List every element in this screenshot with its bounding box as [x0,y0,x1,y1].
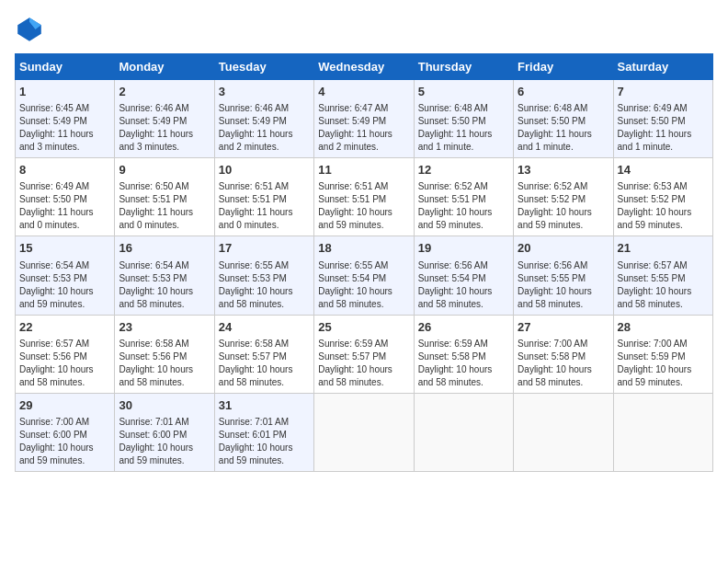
day-number: 12 [418,162,509,178]
cell-content: Sunrise: 6:53 AMSunset: 5:52 PMDaylight:… [618,181,692,230]
calendar-cell: 27 Sunrise: 7:00 AMSunset: 5:58 PMDaylig… [514,315,613,393]
calendar-cell: 20 Sunrise: 6:56 AMSunset: 5:55 PMDaylig… [514,236,613,315]
day-number: 19 [418,240,509,257]
calendar-cell: 8 Sunrise: 6:49 AMSunset: 5:50 PMDayligh… [16,158,115,236]
calendar-cell: 23 Sunrise: 6:58 AMSunset: 5:56 PMDaylig… [115,315,214,393]
cell-content: Sunrise: 6:51 AMSunset: 5:51 PMDaylight:… [318,181,392,230]
cell-content: Sunrise: 6:48 AMSunset: 5:50 PMDaylight:… [518,103,592,152]
calendar-cell: 16 Sunrise: 6:54 AMSunset: 5:53 PMDaylig… [115,236,214,315]
day-number: 6 [518,84,609,100]
weekday-header-tuesday: Tuesday [214,54,313,80]
week-row-4: 22 Sunrise: 6:57 AMSunset: 5:56 PMDaylig… [16,315,713,393]
day-number: 8 [19,162,110,178]
cell-content: Sunrise: 7:01 AMSunset: 6:01 PMDaylight:… [219,417,293,465]
logo-icon [15,15,44,44]
calendar-cell: 5 Sunrise: 6:48 AMSunset: 5:50 PMDayligh… [414,80,513,158]
cell-content: Sunrise: 6:57 AMSunset: 5:55 PMDaylight:… [618,260,692,309]
day-number: 24 [219,319,310,336]
day-number: 22 [19,319,110,336]
day-number: 10 [219,162,310,178]
calendar-cell: 9 Sunrise: 6:50 AMSunset: 5:51 PMDayligh… [115,158,214,236]
weekday-header-thursday: Thursday [414,54,513,80]
week-row-5: 29 Sunrise: 7:00 AMSunset: 6:00 PMDaylig… [16,393,713,471]
day-number: 2 [119,84,210,100]
cell-content: Sunrise: 6:46 AMSunset: 5:49 PMDaylight:… [119,103,193,152]
day-number: 29 [19,397,110,414]
cell-content: Sunrise: 6:48 AMSunset: 5:50 PMDaylight:… [418,103,493,152]
day-number: 28 [618,319,709,336]
cell-content: Sunrise: 6:55 AMSunset: 5:53 PMDaylight:… [219,260,293,309]
weekday-header-saturday: Saturday [613,54,712,80]
calendar-cell: 29 Sunrise: 7:00 AMSunset: 6:00 PMDaylig… [16,393,115,471]
cell-content: Sunrise: 6:56 AMSunset: 5:54 PMDaylight:… [418,260,493,309]
calendar-cell: 14 Sunrise: 6:53 AMSunset: 5:52 PMDaylig… [613,158,712,236]
cell-content: Sunrise: 6:49 AMSunset: 5:50 PMDaylight:… [19,181,94,230]
day-number: 14 [618,162,709,178]
day-number: 5 [418,84,509,100]
weekday-header-sunday: Sunday [16,54,115,80]
cell-content: Sunrise: 7:00 AMSunset: 6:00 PMDaylight:… [19,417,94,465]
calendar-cell: 3 Sunrise: 6:46 AMSunset: 5:49 PMDayligh… [214,80,313,158]
day-number: 4 [318,84,409,100]
day-number: 7 [618,84,709,100]
cell-content: Sunrise: 7:00 AMSunset: 5:58 PMDaylight:… [518,339,592,387]
cell-content: Sunrise: 7:00 AMSunset: 5:59 PMDaylight:… [618,339,692,387]
cell-content: Sunrise: 6:58 AMSunset: 5:57 PMDaylight:… [219,339,293,387]
day-number: 27 [518,319,609,336]
day-number: 20 [518,240,609,257]
weekday-header-row: SundayMondayTuesdayWednesdayThursdayFrid… [16,54,713,80]
day-number: 26 [418,319,509,336]
cell-content: Sunrise: 6:46 AMSunset: 5:49 PMDaylight:… [219,103,293,152]
cell-content: Sunrise: 6:47 AMSunset: 5:49 PMDaylight:… [318,103,392,152]
calendar-cell: 30 Sunrise: 7:01 AMSunset: 6:00 PMDaylig… [115,393,214,471]
day-number: 16 [119,240,210,257]
cell-content: Sunrise: 6:52 AMSunset: 5:52 PMDaylight:… [518,181,592,230]
cell-content: Sunrise: 6:58 AMSunset: 5:56 PMDaylight:… [119,339,193,387]
week-row-2: 8 Sunrise: 6:49 AMSunset: 5:50 PMDayligh… [16,158,713,236]
calendar-cell: 24 Sunrise: 6:58 AMSunset: 5:57 PMDaylig… [214,315,313,393]
day-number: 13 [518,162,609,178]
weekday-header-monday: Monday [115,54,214,80]
calendar-cell [314,393,414,471]
day-number: 15 [19,240,110,257]
day-number: 23 [119,319,210,336]
cell-content: Sunrise: 6:54 AMSunset: 5:53 PMDaylight:… [19,260,94,309]
cell-content: Sunrise: 6:56 AMSunset: 5:55 PMDaylight:… [518,260,592,309]
calendar-cell: 26 Sunrise: 6:59 AMSunset: 5:58 PMDaylig… [414,315,513,393]
day-number: 3 [219,84,310,100]
calendar-cell [514,393,613,471]
cell-content: Sunrise: 6:49 AMSunset: 5:50 PMDaylight:… [618,103,692,152]
logo [15,15,48,44]
cell-content: Sunrise: 6:45 AMSunset: 5:49 PMDaylight:… [19,103,94,152]
cell-content: Sunrise: 6:59 AMSunset: 5:57 PMDaylight:… [318,339,392,387]
day-number: 18 [318,240,409,257]
calendar-cell: 4 Sunrise: 6:47 AMSunset: 5:49 PMDayligh… [314,80,414,158]
cell-content: Sunrise: 6:57 AMSunset: 5:56 PMDaylight:… [19,339,94,387]
day-number: 9 [119,162,210,178]
calendar-table: SundayMondayTuesdayWednesdayThursdayFrid… [15,53,713,472]
day-number: 30 [119,397,210,414]
calendar-cell: 13 Sunrise: 6:52 AMSunset: 5:52 PMDaylig… [514,158,613,236]
calendar-cell: 12 Sunrise: 6:52 AMSunset: 5:51 PMDaylig… [414,158,513,236]
calendar-cell: 17 Sunrise: 6:55 AMSunset: 5:53 PMDaylig… [214,236,313,315]
calendar-cell: 22 Sunrise: 6:57 AMSunset: 5:56 PMDaylig… [16,315,115,393]
cell-content: Sunrise: 7:01 AMSunset: 6:00 PMDaylight:… [119,417,193,465]
cell-content: Sunrise: 6:51 AMSunset: 5:51 PMDaylight:… [219,181,293,230]
cell-content: Sunrise: 6:54 AMSunset: 5:53 PMDaylight:… [119,260,193,309]
calendar-cell [414,393,513,471]
calendar-cell: 28 Sunrise: 7:00 AMSunset: 5:59 PMDaylig… [613,315,712,393]
cell-content: Sunrise: 6:55 AMSunset: 5:54 PMDaylight:… [318,260,392,309]
day-number: 11 [318,162,409,178]
day-number: 31 [219,397,310,414]
day-number: 21 [618,240,709,257]
calendar-cell: 19 Sunrise: 6:56 AMSunset: 5:54 PMDaylig… [414,236,513,315]
calendar-cell: 21 Sunrise: 6:57 AMSunset: 5:55 PMDaylig… [613,236,712,315]
calendar-cell: 11 Sunrise: 6:51 AMSunset: 5:51 PMDaylig… [314,158,414,236]
cell-content: Sunrise: 6:52 AMSunset: 5:51 PMDaylight:… [418,181,493,230]
calendar-cell: 18 Sunrise: 6:55 AMSunset: 5:54 PMDaylig… [314,236,414,315]
weekday-header-friday: Friday [514,54,613,80]
week-row-1: 1 Sunrise: 6:45 AMSunset: 5:49 PMDayligh… [16,80,713,158]
calendar-cell: 15 Sunrise: 6:54 AMSunset: 5:53 PMDaylig… [16,236,115,315]
calendar-cell: 31 Sunrise: 7:01 AMSunset: 6:01 PMDaylig… [214,393,313,471]
day-number: 1 [19,84,110,100]
